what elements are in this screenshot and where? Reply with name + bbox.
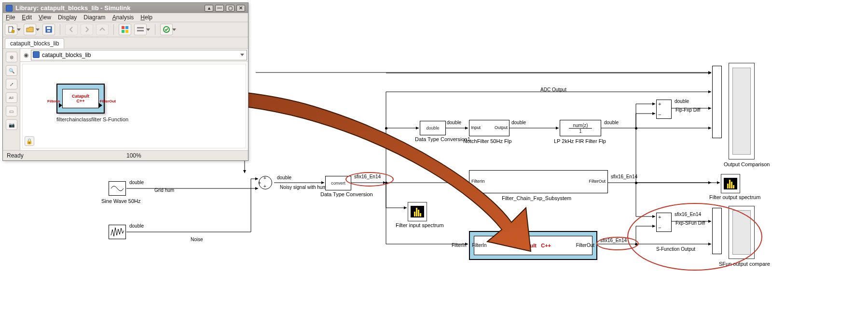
hide-show-button[interactable]: ⊛ (6, 52, 17, 62)
sum-block[interactable]: + + + (259, 176, 272, 189)
new-dropdown[interactable] (17, 29, 21, 31)
explorer-bar: ⊛ 🔍 ⤢ A≡ ▭ 📷 (3, 49, 20, 150)
fxp-ss-label: Filter_Chain_Fxp_Subsystem (502, 195, 571, 201)
signal-type: double (129, 223, 144, 229)
dtconv-text: convert (331, 181, 345, 186)
svg-rect-7 (122, 30, 124, 33)
blk-inner-top: Catapult (72, 94, 89, 99)
annotation-oval (345, 172, 394, 187)
noise-block[interactable] (109, 225, 126, 239)
node (385, 127, 387, 130)
open-dropdown[interactable] (36, 29, 40, 31)
shade-button[interactable]: ▴ (205, 5, 213, 12)
highlight-button[interactable]: ▭ (6, 106, 17, 116)
sine-wave-block[interactable] (109, 181, 126, 196)
maximize-button[interactable]: ▢ (226, 5, 234, 12)
menu-file[interactable]: File (6, 14, 15, 21)
new-button[interactable] (5, 24, 17, 35)
menu-display[interactable]: Display (58, 14, 77, 21)
zoom-button[interactable]: 🔍 (6, 65, 17, 76)
toolbar (3, 22, 248, 37)
svg-rect-8 (125, 30, 128, 33)
signal-type: sfix16_En14 (611, 174, 637, 179)
spectrum-out-label: Filter output spectrum (709, 194, 760, 200)
save-button[interactable] (42, 24, 55, 35)
library-block-name: filterchainclassfilter S-Function (56, 116, 128, 122)
spectrum-scope-in[interactable] (408, 202, 427, 221)
menubar[interactable]: File Edit View Display Diagram Analysis … (3, 13, 248, 22)
signal-label: Flp-Fxp Diff (675, 107, 701, 113)
simulink-icon (6, 5, 13, 12)
port-label: FilterIn (472, 243, 487, 248)
library-window[interactable]: Library: catapult_blocks_lib - Simulink … (2, 2, 248, 161)
forward-button (81, 24, 93, 35)
tab-library[interactable]: catapult_blocks_lib (5, 38, 64, 48)
address-back[interactable]: ◉ (21, 52, 31, 58)
blk-inner-bot: C++ (76, 99, 84, 103)
minimize-button[interactable]: — (215, 5, 224, 12)
svg-rect-4 (47, 30, 50, 32)
annotation-oval (627, 203, 762, 271)
port-label: Input (471, 125, 481, 130)
fit-button[interactable]: ⤢ (6, 79, 17, 89)
config-dropdown[interactable] (146, 29, 150, 31)
path-dropdown[interactable] (240, 54, 244, 56)
sine-wave-label: Sine Wave 50Hz (101, 198, 141, 204)
signal-label: ADC Output (540, 87, 566, 92)
library-canvas[interactable]: FilterIn Catapult C++ FilterOut filterch… (22, 64, 246, 148)
model-config-button[interactable] (134, 24, 147, 35)
spectrum-in-label: Filter input spectrum (396, 222, 444, 228)
up-button (96, 24, 109, 35)
sfunction-block[interactable]: Catapult C++ FilterIn FilterIn FilterOut (469, 231, 597, 260)
mux-top[interactable] (712, 66, 722, 138)
diff-flp-fxp[interactable]: +− (656, 100, 672, 119)
sfun-inner: Catapult (515, 243, 537, 248)
node (635, 182, 637, 184)
menu-edit[interactable]: Edit (22, 14, 32, 21)
annotate-button[interactable]: A≡ (6, 92, 17, 103)
output-comparison-label: Output Comparison (724, 161, 770, 167)
menu-diagram[interactable]: Diagram (83, 14, 105, 21)
window-title: Library: catapult_blocks_lib - Simulink (15, 4, 130, 12)
menu-help[interactable]: Help (140, 14, 152, 21)
port-label: Output (495, 125, 508, 130)
tf-den: 1 (579, 129, 582, 134)
dtconv1-label: Data Type Conversion1 (415, 136, 455, 142)
tf-num: num(z) (569, 123, 592, 129)
screenshot-button[interactable]: 📷 (6, 119, 17, 130)
outport-icon (99, 103, 102, 108)
lock-icon[interactable]: 🔒 (25, 136, 34, 146)
address-bar: ◉ (20, 49, 248, 62)
open-button[interactable] (24, 24, 36, 35)
signal-type: double (447, 120, 461, 125)
output-comparison-scope[interactable] (729, 63, 755, 159)
spectrum-scope-out[interactable] (721, 174, 740, 193)
update-dropdown[interactable] (172, 29, 176, 31)
back-button (65, 24, 78, 35)
data-type-conversion1[interactable]: double (420, 121, 446, 135)
library-browser-button[interactable] (119, 24, 131, 35)
update-button[interactable] (160, 24, 173, 35)
status-text: Ready (7, 152, 24, 159)
svg-rect-3 (47, 27, 51, 29)
menu-analysis[interactable]: Analysis (112, 14, 134, 21)
close-button[interactable]: ✕ (236, 5, 245, 12)
port-label: FilterIn (452, 243, 467, 248)
notch-filter-block[interactable]: Input Output (469, 120, 510, 136)
fir-filter-block[interactable]: num(z) 1 (560, 120, 601, 136)
path-input[interactable] (31, 50, 247, 60)
signal-label: Noisy signal with hum (280, 185, 327, 190)
sfun-inner2: C++ (541, 243, 551, 248)
signal-label: Noise (191, 237, 203, 242)
tab-label: catapult_blocks_lib (10, 40, 59, 47)
fir-label: LP 2kHz FIR Filter Flp (554, 138, 606, 144)
library-sfunction-block[interactable]: FilterIn Catapult C++ FilterOut filterch… (56, 84, 128, 122)
port-label: FilterOut (576, 243, 594, 248)
menu-view[interactable]: View (39, 14, 51, 21)
signal-type: double (511, 120, 526, 125)
titlebar[interactable]: Library: catapult_blocks_lib - Simulink … (3, 3, 248, 13)
signal-type: double (277, 175, 291, 180)
signal-type: double (129, 180, 144, 185)
node (635, 127, 637, 130)
fxp-subsystem-block[interactable]: FilterIn FilterOut (469, 170, 608, 193)
